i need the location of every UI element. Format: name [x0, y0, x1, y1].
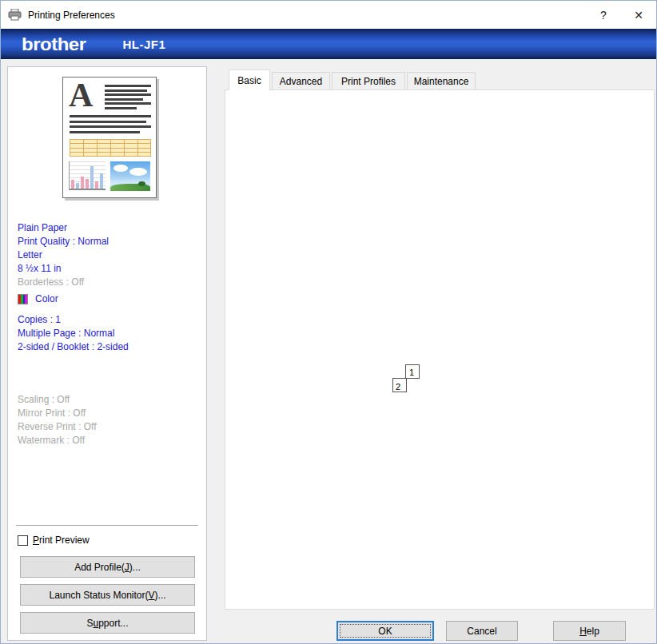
summary-line: Multiple Page : Normal [18, 327, 201, 340]
preview-paragraph-lines [70, 115, 151, 136]
summary-line: Plain Paper [18, 221, 201, 235]
document-preview: A [62, 77, 157, 198]
summary-line: 8 ½x 11 in [18, 262, 201, 276]
printer-model: HL-JF1 [123, 38, 166, 51]
summary-line: 2-sided / Booklet : 2-sided [18, 340, 201, 354]
help-button[interactable]: Help [553, 621, 626, 641]
brother-logo: brother [22, 34, 86, 55]
color-icon [18, 294, 28, 304]
preview-table [70, 139, 151, 157]
titlebar-help-button[interactable]: ? [586, 3, 621, 27]
preview-sidebar: A Plain Pape [7, 66, 207, 641]
summary-line: Scaling : Off [18, 393, 201, 407]
cancel-button[interactable]: Cancel [446, 621, 518, 641]
printer-icon [8, 9, 22, 21]
preview-photo [110, 161, 150, 191]
brand-header: brother HL-JF1 [1, 29, 656, 59]
ok-button[interactable]: OK [336, 621, 434, 641]
add-profile-button[interactable]: Add Profile(J)... [20, 556, 195, 578]
summary-line: Print Quality : Normal [18, 235, 201, 248]
titlebar: Printing Preferences ? ✕ [1, 1, 656, 29]
summary-line: Copies : 1 [18, 313, 201, 327]
basic-tab-panel [225, 89, 655, 610]
close-icon[interactable]: ✕ [621, 3, 656, 27]
summary-line: Reverse Print : Off [18, 420, 201, 434]
window-title: Printing Preferences [28, 10, 115, 21]
preview-bar-chart [69, 161, 106, 190]
tab-print-profiles[interactable]: Print Profiles [332, 72, 405, 89]
support-button[interactable]: Support... [20, 612, 195, 634]
summary-color-label: Color [35, 292, 58, 306]
settings-summary: Plain Paper Print Quality : Normal Lette… [18, 221, 201, 447]
summary-line: Mirror Print : Off [18, 407, 201, 420]
printing-preferences-dialog: Printing Preferences ? ✕ brother HL-JF1 … [0, 0, 657, 644]
print-preview-label: Print Preview [33, 535, 90, 546]
sidebar-divider [16, 525, 198, 527]
summary-line: Borderless : Off [18, 276, 201, 289]
preview-letter-a: A [69, 78, 93, 113]
summary-line: Watermark : Off [18, 434, 201, 447]
summary-line: Letter [18, 248, 201, 262]
checkbox-box[interactable] [18, 535, 28, 546]
preview-text-lines [105, 85, 151, 112]
tab-maintenance[interactable]: Maintenance [407, 72, 476, 89]
launch-status-monitor-button[interactable]: Launch Status Monitor(V)... [20, 584, 195, 606]
tab-basic[interactable]: Basic [229, 70, 270, 90]
tab-advanced[interactable]: Advanced [272, 72, 330, 89]
print-preview-checkbox[interactable]: Print Preview [18, 535, 90, 546]
